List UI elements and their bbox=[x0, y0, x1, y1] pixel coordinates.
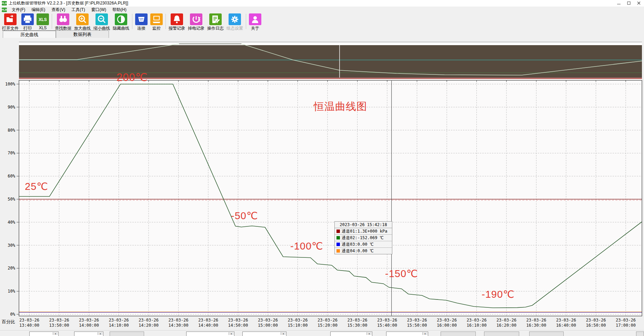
spinner-up-icon[interactable]: ▲ bbox=[366, 332, 372, 335]
toolbar-separator bbox=[165, 14, 166, 29]
bottom-control-button[interactable] bbox=[484, 332, 519, 336]
bottom-control-button[interactable] bbox=[529, 332, 564, 336]
menu-item-T[interactable]: 工具(T) bbox=[68, 7, 88, 13]
connect-icon bbox=[135, 13, 148, 25]
spinner-up-icon[interactable]: ▲ bbox=[229, 332, 234, 335]
tab-历史曲线[interactable]: 历史曲线 bbox=[3, 30, 56, 38]
toolbar-button-power-log[interactable]: 掉电记录 bbox=[187, 13, 206, 31]
toolbar-button-print[interactable]: 打印 bbox=[20, 13, 35, 31]
toolbar-button-zoom-out[interactable]: 缩小曲线 bbox=[92, 13, 111, 31]
xls-icon: XLS bbox=[37, 13, 49, 25]
minimize-button[interactable] bbox=[614, 0, 624, 7]
tooltip-channel-row: 通道01:1.3E+000 kPa bbox=[335, 228, 392, 235]
toolbar-separator bbox=[246, 14, 246, 29]
menu-item-V[interactable]: 查看(V) bbox=[48, 7, 68, 13]
menu-item-H[interactable]: 帮助(H) bbox=[109, 7, 130, 13]
bottom-control-button[interactable] bbox=[110, 332, 144, 336]
toolbar-button-zoom-in[interactable]: 放大曲线 bbox=[73, 13, 92, 31]
toolbar-button-about[interactable]: 关于 bbox=[248, 13, 263, 31]
zoom-out-icon bbox=[95, 13, 108, 25]
monitor-icon bbox=[150, 13, 163, 25]
hide-curve-icon bbox=[115, 13, 127, 25]
document-icon: PLR bbox=[2, 8, 7, 12]
bottom-control-select[interactable]: ▲ bbox=[330, 332, 372, 336]
tooltip-channel-row: 通道02:-152.069 ℃ bbox=[335, 235, 392, 241]
spinner-up-icon[interactable]: ▲ bbox=[422, 332, 427, 335]
bottom-control-spin[interactable]: ▲ bbox=[242, 332, 286, 336]
menu-item-E[interactable]: 编辑(E) bbox=[28, 7, 48, 13]
find-data-icon bbox=[57, 13, 69, 25]
spinner-up-icon[interactable]: ▲ bbox=[281, 332, 286, 335]
toolbar-button-label: XLS bbox=[39, 26, 47, 30]
close-button[interactable] bbox=[634, 0, 644, 7]
alarm-log-icon bbox=[171, 13, 183, 25]
channel-color-swatch bbox=[336, 230, 340, 233]
op-log-icon bbox=[209, 13, 222, 25]
tooltip-datetime: 2023-03-26 15:42:18 bbox=[335, 222, 392, 228]
bottom-control-spin[interactable]: ▲ bbox=[74, 332, 103, 336]
channel-color-swatch bbox=[336, 243, 340, 246]
history-curve-chart[interactable] bbox=[0, 0, 644, 336]
toolbar-button-settings: 组态设置 bbox=[225, 13, 244, 31]
print-icon bbox=[21, 13, 34, 25]
maximize-button[interactable] bbox=[624, 0, 634, 7]
bottom-control-select[interactable]: ▲ bbox=[186, 332, 234, 336]
zoom-in-icon bbox=[76, 13, 89, 25]
tab-数据列表[interactable]: 数据列表 bbox=[56, 30, 109, 38]
menu-item-F[interactable]: 文件(F) bbox=[9, 7, 28, 13]
toolbar-separator bbox=[132, 14, 132, 29]
app-icon: PLR bbox=[2, 1, 7, 6]
about-icon bbox=[249, 13, 261, 25]
cursor-tooltip: 2023-03-26 15:42:18 通道01:1.3E+000 kPa通道0… bbox=[334, 221, 392, 254]
title-bar: PLR 上位机数据管理软件 V2.2.2.3 - [历史数据 [F:\PLR\2… bbox=[0, 0, 644, 7]
bottom-control-button[interactable] bbox=[441, 332, 476, 336]
bottom-control-spin[interactable]: ▲ bbox=[29, 332, 59, 336]
channel-color-swatch bbox=[336, 236, 340, 240]
toolbar-button-connect[interactable]: 连接 bbox=[134, 13, 149, 31]
tooltip-channel-row: 通道03:0.00 ℃ bbox=[335, 241, 392, 248]
menu-item-W[interactable]: 窗口(W) bbox=[88, 7, 109, 13]
toolbar-button-xls[interactable]: XLSXLS bbox=[35, 13, 50, 31]
toolbar-button-hide-curve[interactable]: 隐藏曲线 bbox=[111, 13, 131, 31]
app-window: { "window": { "title": "上位机数据管理软件 V2.2.2… bbox=[0, 0, 644, 336]
settings-icon bbox=[229, 13, 241, 25]
bottom-control-button[interactable] bbox=[636, 332, 644, 336]
tab-strip: 历史曲线数据列表 bbox=[0, 30, 644, 38]
y-axis-title: 百分比 bbox=[2, 319, 15, 325]
toolbar-button-monitor[interactable]: 监控 bbox=[149, 13, 164, 31]
bottom-control-spin[interactable]: ▲ bbox=[386, 332, 428, 336]
svg-text:XLS: XLS bbox=[39, 17, 47, 22]
open-file-icon bbox=[4, 13, 17, 25]
tooltip-channel-row: 通道04:0.00 ℃ bbox=[335, 248, 392, 254]
toolbar-separator bbox=[52, 14, 52, 29]
menu-bar: PLR 文件(F)编辑(E)查看(V)工具(T)窗口(W)帮助(H) bbox=[0, 7, 644, 13]
power-log-icon bbox=[190, 13, 202, 25]
toolbar: 打开文件打印XLSXLS查找数据放大曲线缩小曲线隐藏曲线连接监控报警记录掉电记录… bbox=[0, 13, 644, 31]
spinner-up-icon[interactable]: ▲ bbox=[53, 332, 58, 335]
toolbar-button-find-data[interactable]: 查找数据 bbox=[53, 13, 73, 31]
channel-color-swatch bbox=[336, 249, 340, 253]
toolbar-button-open-file[interactable]: 打开文件 bbox=[1, 13, 20, 31]
spinner-up-icon[interactable]: ▲ bbox=[98, 332, 103, 335]
window-title: 上位机数据管理软件 V2.2.2.3 - [历史数据 [F:\PLR\23032… bbox=[9, 0, 128, 6]
toolbar-button-alarm-log[interactable]: 报警记录 bbox=[167, 13, 187, 31]
toolbar-button-op-log[interactable]: 操作日志 bbox=[206, 13, 225, 31]
